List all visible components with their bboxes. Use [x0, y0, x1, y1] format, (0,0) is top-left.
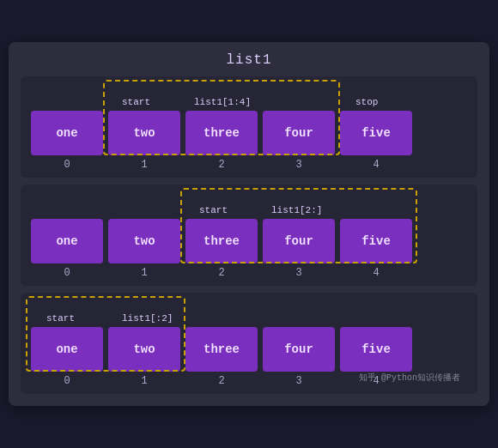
section3: start list1[:2] one two three four five … [21, 293, 477, 394]
item-three-1: three [185, 111, 258, 155]
items-row-1: one two three four five [31, 111, 467, 155]
idx-3-1: 3 [263, 159, 335, 171]
section2: start list1[2:] one two three four five … [21, 185, 477, 286]
idx-4-2: 4 [340, 267, 412, 279]
idx-2-1: 2 [185, 159, 258, 171]
label-row-3: start list1[:2] [31, 301, 467, 324]
item-four-2: four [263, 219, 335, 263]
index-row-3: 0 1 2 3 4 知乎 @Python知识传播者 [31, 375, 467, 387]
item-three-2: three [185, 219, 258, 263]
item-five-1: five [340, 111, 412, 155]
idx-4-1: 4 [340, 159, 412, 171]
idx-0-3: 0 [31, 375, 103, 387]
items-row-2: one two three four five [31, 219, 467, 263]
item-five-3: five [340, 327, 412, 372]
label-row-1: start list1[1:4] stop [31, 85, 467, 107]
section1: start list1[1:4] stop one two three four… [21, 76, 477, 178]
item-two-2: two [108, 219, 180, 263]
label-start-1: start [122, 97, 150, 107]
item-four-3: four [263, 327, 335, 372]
idx-1-1: 1 [108, 159, 180, 171]
index-row-2: 0 1 2 3 4 [31, 267, 467, 279]
item-one-3: one [31, 327, 103, 372]
item-five-2: five [340, 219, 412, 263]
main-title: list1 [21, 52, 477, 68]
idx-1-2: 1 [108, 267, 180, 279]
idx-1-3: 1 [108, 375, 180, 387]
idx-2-3: 2 [185, 375, 258, 387]
item-three-3: three [185, 327, 258, 372]
label-slice-3: list1[:2] [122, 313, 173, 324]
idx-3-2: 3 [263, 267, 335, 279]
index-row-1: 0 1 2 3 4 [31, 159, 467, 171]
item-two-1: two [108, 111, 180, 155]
items-row-3: one two three four five [31, 327, 467, 372]
idx-2-2: 2 [185, 267, 258, 279]
item-two-3: two [108, 327, 180, 372]
idx-3-3: 3 [263, 375, 335, 387]
item-one-1: one [31, 111, 103, 155]
item-four-1: four [263, 111, 335, 155]
label-slice-1: list1[1:4] [194, 97, 251, 107]
watermark: 知乎 @Python知识传播者 [359, 372, 460, 384]
label-start-2: start [199, 205, 228, 215]
label-start-3: start [46, 313, 75, 324]
label-slice-2: list1[2:] [271, 205, 322, 215]
label-stop-1: stop [355, 97, 378, 107]
main-container: list1 start list1[1:4] stop one two thre… [9, 42, 489, 406]
item-one-2: one [31, 219, 103, 263]
label-row-2: start list1[2:] [31, 193, 467, 215]
idx-0-2: 0 [31, 267, 103, 279]
idx-0-1: 0 [31, 159, 103, 171]
